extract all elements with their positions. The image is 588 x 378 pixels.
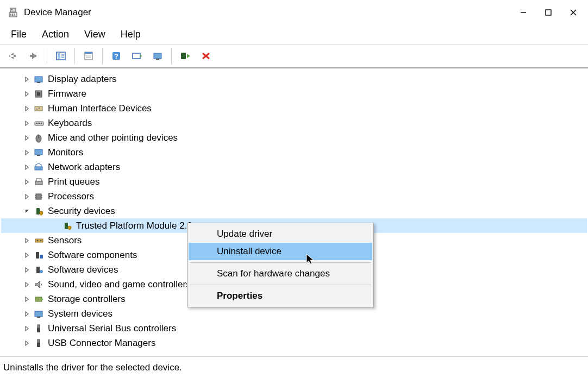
chevron-right-icon[interactable]	[23, 280, 32, 289]
tree-container: Display adaptersFirmwareHuman Interface …	[0, 67, 588, 356]
svg-rect-45	[36, 179, 41, 181]
chevron-right-icon[interactable]	[23, 134, 32, 142]
menu-bar: File Action View Help	[0, 25, 588, 45]
chevron-right-icon[interactable]	[23, 266, 32, 274]
tree-category[interactable]: Firmware	[1, 86, 587, 101]
chevron-right-icon[interactable]	[23, 90, 32, 98]
device-category-icon	[34, 338, 45, 349]
tree-category[interactable]: Monitors	[1, 145, 587, 160]
uninstall-device-button[interactable]	[197, 47, 215, 65]
menu-file[interactable]: File	[5, 27, 32, 42]
chevron-right-icon[interactable]	[23, 148, 32, 157]
svg-rect-53	[41, 213, 42, 215]
toolbar-separator	[74, 48, 75, 64]
device-category-icon	[34, 294, 45, 305]
minimize-button[interactable]	[511, 0, 536, 25]
svg-rect-21	[133, 53, 140, 59]
tree-category[interactable]: System devices	[1, 306, 587, 321]
toolbar-separator	[102, 48, 103, 64]
svg-rect-68	[37, 328, 40, 332]
tree-category[interactable]: Keyboards	[1, 116, 587, 130]
tree-category[interactable]: Security devices	[1, 204, 587, 218]
ctx-scan-hardware[interactable]: Scan for hardware changes	[189, 265, 372, 282]
tree-category-label: Sound, video and game controllers	[48, 279, 191, 290]
window-title: Device Manager	[24, 7, 511, 18]
status-text: Uninstalls the driver for the selected d…	[3, 362, 182, 373]
device-category-icon	[34, 133, 45, 143]
svg-point-58	[37, 240, 39, 241]
tree-category-label: System devices	[48, 308, 112, 319]
properties-button[interactable]	[79, 47, 98, 65]
device-category-icon	[34, 308, 45, 319]
svg-rect-43	[35, 167, 42, 170]
chevron-right-icon[interactable]	[23, 339, 32, 348]
tree-category[interactable]: Display adapters	[1, 72, 587, 86]
svg-rect-38	[41, 123, 42, 124]
device-category-icon	[34, 235, 45, 246]
svg-rect-64	[35, 297, 42, 301]
device-category-icon	[34, 323, 45, 334]
toolbar-separator	[171, 48, 172, 64]
svg-rect-67	[37, 325, 40, 328]
svg-rect-23	[156, 59, 159, 60]
tree-category[interactable]: USB Connector Managers	[1, 336, 587, 350]
device-category-icon	[34, 250, 45, 261]
help-button[interactable]: ?	[107, 47, 126, 65]
forward-button[interactable]	[24, 47, 42, 65]
ctx-uninstall-device[interactable]: Uninstall device	[189, 243, 372, 260]
svg-rect-70	[37, 343, 40, 347]
svg-rect-51	[36, 208, 40, 215]
close-button[interactable]	[561, 0, 586, 25]
chevron-right-icon[interactable]	[23, 163, 32, 172]
show-tree-button[interactable]	[52, 47, 70, 65]
tree-category-label: Print queues	[48, 177, 99, 187]
tree-category[interactable]: Print queues	[1, 174, 587, 189]
tree-category-label: Software components	[48, 250, 137, 261]
toolbar-separator	[47, 48, 47, 64]
svg-rect-60	[36, 252, 39, 259]
tree-category-label: Display adapters	[48, 74, 117, 85]
enable-device-button[interactable]	[176, 47, 195, 65]
svg-rect-5	[14, 14, 15, 16]
tree-category[interactable]: Mice and other pointing devices	[1, 130, 587, 145]
ctx-update-driver[interactable]: Update driver	[189, 225, 372, 243]
chevron-right-icon[interactable]	[23, 178, 32, 186]
menu-view[interactable]: View	[79, 27, 111, 42]
back-button[interactable]	[3, 47, 22, 65]
chevron-down-icon[interactable]	[23, 207, 32, 216]
tree-device-label: Trusted Platform Module 2.0	[76, 220, 192, 231]
svg-rect-24	[181, 53, 186, 59]
chevron-right-icon[interactable]	[23, 324, 32, 333]
chevron-right-icon[interactable]	[23, 104, 32, 113]
menu-action[interactable]: Action	[36, 27, 74, 42]
device-category-icon	[34, 74, 45, 85]
tree-category[interactable]: Network adapters	[1, 160, 587, 174]
chevron-right-icon[interactable]	[23, 192, 32, 201]
tree-category[interactable]: Human Interface Devices	[1, 101, 587, 116]
app-icon	[8, 7, 18, 18]
ctx-properties[interactable]: Properties	[189, 287, 372, 305]
svg-rect-54	[65, 223, 68, 229]
chevron-right-icon[interactable]	[23, 251, 32, 260]
device-category-icon	[34, 264, 45, 275]
svg-point-63	[40, 270, 43, 273]
device-tree[interactable]: Display adaptersFirmwareHuman Interface …	[1, 70, 587, 355]
tree-category[interactable]: Processors	[1, 189, 587, 204]
chevron-right-icon[interactable]	[23, 295, 32, 304]
update-driver-button[interactable]	[148, 47, 167, 65]
tree-category[interactable]: Universal Serial Bus controllers	[1, 321, 587, 336]
maximize-button[interactable]	[536, 0, 561, 25]
menu-help[interactable]: Help	[115, 27, 146, 42]
device-category-icon	[34, 118, 45, 129]
chevron-right-icon[interactable]	[23, 310, 32, 318]
scan-hardware-button[interactable]	[128, 47, 146, 65]
device-icon	[62, 220, 73, 231]
tree-category-label: USB Connector Managers	[48, 338, 155, 349]
chevron-right-icon[interactable]	[23, 119, 32, 128]
svg-text:?: ?	[114, 52, 118, 60]
chevron-right-icon[interactable]	[23, 75, 32, 84]
device-category-icon	[34, 191, 45, 202]
chevron-right-icon[interactable]	[23, 236, 32, 245]
svg-rect-37	[39, 123, 40, 124]
tree-category-label: Keyboards	[48, 118, 92, 129]
